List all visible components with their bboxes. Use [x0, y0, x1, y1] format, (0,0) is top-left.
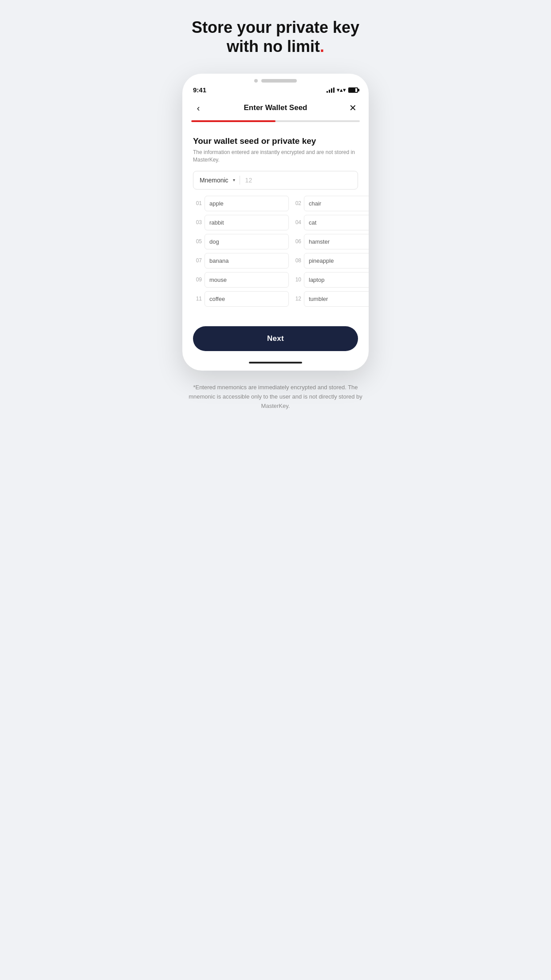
- word-number: 05: [193, 238, 202, 245]
- close-button[interactable]: ✕: [346, 101, 360, 115]
- progress-bar-container: [182, 120, 369, 122]
- home-bar: [249, 362, 302, 364]
- word-input-05[interactable]: [205, 234, 289, 249]
- signal-icon: [327, 87, 335, 93]
- word-number: 10: [292, 277, 301, 283]
- word-input-10[interactable]: [304, 272, 369, 288]
- list-item: 04: [292, 215, 369, 230]
- word-input-06[interactable]: [304, 234, 369, 249]
- list-item: 05: [193, 234, 289, 249]
- list-item: 08: [292, 253, 369, 269]
- status-icons: ▾▴▾: [327, 87, 358, 93]
- nav-title: Enter Wallet Seed: [244, 103, 307, 112]
- list-item: 11: [193, 291, 289, 307]
- word-input-02[interactable]: [304, 196, 369, 211]
- word-input-07[interactable]: [205, 253, 289, 269]
- page-title: Store your private key with no limit.: [192, 18, 359, 56]
- status-time: 9:41: [193, 86, 206, 94]
- list-item: 03: [193, 215, 289, 230]
- list-item: 09: [193, 272, 289, 288]
- word-number: 06: [292, 238, 301, 245]
- list-item: 10: [292, 272, 369, 288]
- word-number: 07: [193, 257, 202, 264]
- next-button[interactable]: Next: [193, 326, 358, 351]
- title-line1: Store your private key: [192, 18, 359, 36]
- dropdown-count: 12: [245, 177, 252, 184]
- word-input-09[interactable]: [205, 272, 289, 288]
- word-input-04[interactable]: [304, 215, 369, 230]
- word-number: 04: [292, 219, 301, 225]
- section-title: Your wallet seed or private key: [193, 136, 358, 146]
- progress-bar-background: [191, 120, 360, 122]
- word-number: 01: [193, 200, 202, 206]
- home-indicator: [182, 358, 369, 371]
- back-button[interactable]: ‹: [191, 101, 205, 115]
- list-item: 02: [292, 196, 369, 211]
- list-item: 06: [292, 234, 369, 249]
- list-item: 01: [193, 196, 289, 211]
- nav-bar: ‹ Enter Wallet Seed ✕: [182, 97, 369, 120]
- word-number: 11: [193, 296, 202, 302]
- word-number: 09: [193, 277, 202, 283]
- progress-bar-fill: [191, 120, 276, 122]
- phone-frame: 9:41 ▾▴▾ ‹ Enter Wallet Seed ✕: [182, 74, 369, 371]
- red-dot: .: [320, 37, 324, 55]
- word-input-03[interactable]: [205, 215, 289, 230]
- word-number: 02: [292, 200, 301, 206]
- status-bar: 9:41 ▾▴▾: [182, 84, 369, 97]
- footer-note: *Entered mnemonics are immediately encry…: [182, 383, 369, 411]
- dropdown-label: Mnemonic: [200, 177, 228, 184]
- battery-icon: [348, 87, 358, 93]
- mnemonic-dropdown[interactable]: Mnemonic ▾ 12: [193, 171, 358, 190]
- content-area: Your wallet seed or private key The info…: [182, 129, 369, 317]
- word-input-01[interactable]: [205, 196, 289, 211]
- dropdown-divider: [240, 176, 240, 185]
- notch-dot: [254, 79, 258, 83]
- word-number: 12: [292, 296, 301, 302]
- section-subtitle: The information entered are instantly en…: [193, 149, 358, 164]
- word-input-12[interactable]: [304, 291, 369, 307]
- word-number: 03: [193, 219, 202, 225]
- word-grid: 010203040506070809101112: [193, 196, 358, 307]
- notch-pill: [261, 79, 297, 83]
- chevron-down-icon: ▾: [233, 178, 235, 182]
- list-item: 07: [193, 253, 289, 269]
- title-line2: with no limit: [227, 37, 320, 55]
- next-button-container: Next: [182, 317, 369, 358]
- phone-notch: [182, 74, 369, 84]
- word-input-11[interactable]: [205, 291, 289, 307]
- wifi-icon: ▾▴▾: [337, 87, 346, 93]
- word-input-08[interactable]: [304, 253, 369, 269]
- list-item: 12: [292, 291, 369, 307]
- word-number: 08: [292, 257, 301, 264]
